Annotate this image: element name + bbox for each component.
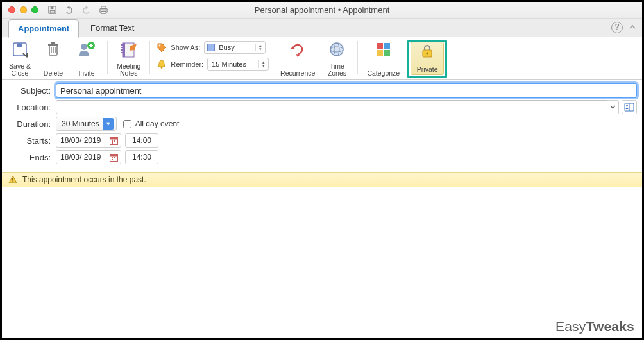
calendar-icon[interactable] bbox=[109, 153, 119, 162]
collapse-ribbon-icon[interactable] bbox=[628, 22, 637, 31]
svg-rect-43 bbox=[112, 157, 113, 158]
svg-rect-2 bbox=[50, 10, 55, 13]
svg-point-14 bbox=[81, 44, 87, 50]
categorize-label: Categorize bbox=[367, 70, 400, 77]
address-book-button[interactable] bbox=[622, 100, 637, 114]
subject-input[interactable] bbox=[56, 83, 637, 98]
svg-rect-7 bbox=[17, 44, 22, 47]
warning-icon bbox=[8, 175, 17, 184]
save-close-label: Save & Close bbox=[9, 63, 31, 77]
svg-rect-27 bbox=[377, 43, 383, 49]
save-close-button[interactable]: Save & Close bbox=[6, 40, 34, 78]
tag-icon bbox=[157, 42, 167, 53]
reminder-dropdown[interactable]: 15 Minutes ▴▾ bbox=[207, 58, 269, 71]
time-zones-label: Time Zones bbox=[328, 63, 346, 77]
delete-label: Delete bbox=[44, 70, 63, 77]
calendar-icon[interactable] bbox=[109, 136, 119, 146]
svg-point-24 bbox=[330, 43, 343, 56]
svg-point-35 bbox=[626, 105, 628, 107]
svg-rect-19 bbox=[121, 47, 123, 48]
tab-appointment[interactable]: Appointment bbox=[8, 19, 79, 38]
busy-color-icon bbox=[207, 44, 215, 51]
svg-rect-28 bbox=[384, 43, 390, 49]
reminder-value: 15 Minutes bbox=[208, 60, 258, 68]
save-icon[interactable] bbox=[47, 5, 57, 15]
all-day-label: All day event bbox=[135, 119, 180, 128]
location-input[interactable] bbox=[56, 100, 607, 114]
appointment-body[interactable] bbox=[2, 187, 642, 328]
svg-rect-45 bbox=[112, 159, 113, 160]
separator bbox=[357, 41, 358, 74]
svg-rect-18 bbox=[121, 44, 123, 46]
svg-rect-4 bbox=[101, 6, 106, 9]
recurrence-button[interactable]: Recurrence bbox=[278, 40, 318, 78]
svg-rect-39 bbox=[114, 140, 115, 142]
starts-time-value: 14:00 bbox=[132, 136, 151, 145]
appointment-form: Subject: Location: Duration: 30 Minutes … bbox=[2, 80, 642, 169]
svg-rect-47 bbox=[12, 181, 13, 182]
location-dropdown-icon[interactable] bbox=[607, 100, 619, 114]
svg-rect-37 bbox=[110, 137, 118, 139]
svg-rect-21 bbox=[121, 52, 123, 53]
starts-time-input[interactable]: 14:00 bbox=[125, 133, 158, 148]
show-as-label: Show As: bbox=[171, 44, 200, 51]
bell-icon bbox=[157, 59, 167, 69]
svg-rect-40 bbox=[112, 142, 113, 144]
svg-point-23 bbox=[161, 67, 163, 69]
svg-rect-1 bbox=[51, 6, 54, 9]
stepper-icon: ▴▾ bbox=[255, 44, 265, 51]
redo-icon[interactable] bbox=[81, 5, 92, 15]
tab-format-text[interactable]: Format Text bbox=[81, 19, 143, 38]
svg-rect-9 bbox=[48, 44, 58, 46]
svg-rect-38 bbox=[112, 140, 113, 142]
separator bbox=[149, 41, 150, 74]
svg-rect-30 bbox=[384, 50, 390, 56]
delete-button[interactable]: Delete bbox=[39, 40, 67, 78]
svg-rect-44 bbox=[114, 157, 115, 158]
ribbon: Save & Close Delete Invite Meeting Notes… bbox=[2, 37, 642, 80]
svg-rect-10 bbox=[51, 42, 55, 44]
show-as-dropdown[interactable]: Busy ▴▾ bbox=[204, 41, 266, 54]
svg-rect-17 bbox=[123, 43, 125, 57]
duration-label: Duration: bbox=[7, 119, 56, 129]
undo-icon[interactable] bbox=[64, 5, 74, 15]
meeting-notes-label: Meeting Notes bbox=[117, 63, 140, 77]
starts-date-input[interactable]: 18/03/ 2019 bbox=[56, 133, 121, 148]
window-minimize-button[interactable] bbox=[20, 6, 27, 13]
svg-rect-29 bbox=[377, 50, 383, 56]
all-day-checkbox[interactable]: All day event bbox=[123, 119, 180, 128]
subject-label: Subject: bbox=[7, 86, 56, 96]
ends-time-input[interactable]: 14:30 bbox=[125, 150, 158, 164]
meeting-notes-button[interactable]: Meeting Notes bbox=[114, 40, 143, 78]
window-close-button[interactable] bbox=[8, 6, 15, 13]
time-zones-button[interactable]: Time Zones bbox=[323, 40, 351, 78]
stepper-icon: ▴▾ bbox=[258, 60, 268, 68]
all-day-checkbox-input[interactable] bbox=[123, 120, 131, 128]
duration-value: 30 Minutes bbox=[62, 119, 99, 128]
svg-rect-46 bbox=[12, 178, 13, 181]
invite-label: Invite bbox=[78, 70, 94, 77]
show-as-value: Busy bbox=[215, 44, 255, 51]
titlebar: Personal appointment • Appointment bbox=[2, 2, 642, 19]
ends-date-input[interactable]: 18/03/ 2019 bbox=[56, 150, 121, 164]
window-zoom-button[interactable] bbox=[31, 6, 38, 13]
duration-dropdown[interactable]: 30 Minutes ▼ bbox=[56, 117, 117, 131]
ribbon-tabs: Appointment Format Text ? bbox=[2, 19, 642, 37]
help-icon[interactable]: ? bbox=[611, 22, 623, 33]
watermark: EasyTweaks bbox=[555, 319, 634, 334]
reminder-label: Reminder: bbox=[171, 60, 203, 68]
info-bar: This appointment occurs in the past. bbox=[2, 172, 642, 187]
starts-label: Starts: bbox=[7, 136, 56, 146]
svg-point-22 bbox=[159, 45, 161, 47]
ends-label: Ends: bbox=[7, 153, 56, 162]
separator bbox=[107, 41, 108, 74]
recurrence-label: Recurrence bbox=[280, 70, 315, 77]
chevron-down-icon: ▼ bbox=[103, 118, 114, 130]
categorize-button[interactable]: Categorize bbox=[364, 40, 402, 78]
print-icon[interactable] bbox=[98, 5, 109, 15]
ends-date-value: 18/03/ 2019 bbox=[60, 153, 101, 162]
invite-button[interactable]: Invite bbox=[72, 40, 101, 78]
info-bar-text: This appointment occurs in the past. bbox=[22, 175, 146, 184]
ends-time-value: 14:30 bbox=[132, 153, 151, 162]
private-button[interactable]: Private bbox=[411, 42, 444, 75]
